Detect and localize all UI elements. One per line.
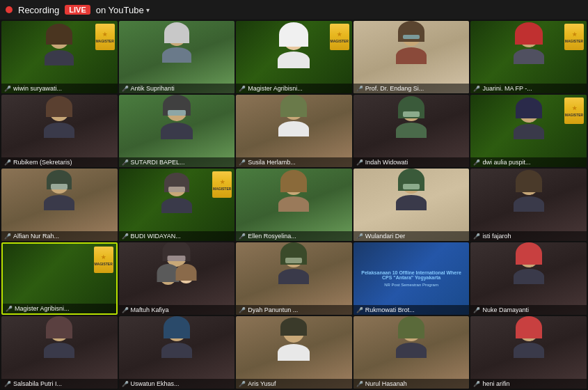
participant-name-13: 🎤 Ellen Rosyelina... (236, 231, 352, 241)
participant-cell-5[interactable]: ★MAGISTER 🎤 Juarini. MA FP -... (470, 21, 587, 93)
participant-name-7: 🎤 SUTARDI BAPEL... (119, 157, 235, 167)
participant-name-5: 🎤 Juarini. MA FP -... (470, 84, 587, 93)
participant-cell-7[interactable]: 🎤 SUTARDI BAPEL... (119, 95, 235, 167)
participant-cell-6[interactable]: 🎤 Rubikem (Sekretaris) (1, 95, 118, 167)
participant-cell-16[interactable]: ★MAGISTER 🎤 Magister Agribisni... (1, 242, 118, 315)
participant-cell-19[interactable]: Pelaksanaan 10 Offline International Whe… (353, 242, 470, 315)
participant-name-11: 🎤 Alfian Nur Rah... (1, 231, 118, 241)
participant-name-3: 🎤 Magister Agribisni... (236, 84, 352, 93)
recording-label: Recording (18, 5, 59, 15)
participant-cell-20[interactable]: 🎤 Nuke Damayanti (470, 242, 587, 315)
participant-cell-23[interactable]: 🎤 Aris Yusuf (236, 316, 352, 389)
participant-cell-3[interactable]: ★MAGISTER 🎤 Magister Agribisni... (236, 21, 352, 93)
participant-cell-13[interactable]: 🎤 Ellen Rosyelina... (236, 169, 352, 241)
participant-cell-4[interactable]: 🎤 Prof. Dr. Endang Si... (353, 21, 470, 93)
participant-name-22: 🎤 Uswatun Ekhas... (119, 379, 235, 389)
participant-cell-2[interactable]: 🎤 Antik Suprihanti (119, 21, 235, 93)
participant-name-2: 🎤 Antik Suprihanti (119, 84, 235, 93)
youtube-chevron-icon[interactable]: ▾ (146, 6, 150, 14)
participant-name-24: 🎤 Nurul Hasanah (353, 379, 470, 389)
participant-name-14: 🎤 Wulandari Der (353, 231, 470, 241)
participant-cell-9[interactable]: 🎤 Indah Widowati (353, 95, 470, 167)
participant-name-9: 🎤 Indah Widowati (353, 157, 470, 167)
participant-cell-1[interactable]: ★MAGISTER 🎤 wiwin suryawati... (1, 21, 118, 93)
participant-name-4: 🎤 Prof. Dr. Endang Si... (353, 84, 470, 93)
participant-name-1: 🎤 wiwin suryawati... (1, 84, 118, 93)
participant-name-15: 🎤 isti fajaroh (470, 231, 587, 241)
participant-name-8: 🎤 Susila Herlamb... (236, 157, 352, 167)
youtube-label: on YouTube ▾ (96, 5, 150, 15)
participant-name-18: 🎤 Dyah Panuntun ... (236, 305, 352, 315)
participant-name-10: 🎤 dwi aulia puspit... (470, 157, 587, 167)
participant-name-17: 🎤 Maftuh Kafiya (119, 305, 235, 315)
participant-name-20: 🎤 Nuke Damayanti (470, 305, 587, 315)
participant-cell-18[interactable]: 🎤 Dyah Panuntun ... (236, 242, 352, 315)
participant-name-12: 🎤 BUDI WIDAYAN... (119, 231, 235, 241)
participant-cell-10[interactable]: ★MAGISTER 🎤 dwi aulia puspit... (470, 95, 587, 167)
video-grid: ★MAGISTER 🎤 wiwin suryawati... (0, 20, 588, 390)
participant-name-19: 🎤 Rukmowati Brot... (353, 305, 470, 315)
participant-cell-12[interactable]: ★MAGISTER 🎤 BUDI WIDAYAN... (119, 169, 235, 241)
participant-name-16: 🎤 Magister Agribisni... (3, 304, 116, 313)
participant-cell-22[interactable]: 🎤 Uswatun Ekhas... (119, 316, 235, 389)
recording-dot (6, 6, 13, 13)
participant-cell-15[interactable]: 🎤 isti fajaroh (470, 169, 587, 241)
participant-cell-14[interactable]: 🎤 Wulandari Der (353, 169, 470, 241)
participant-cell-8[interactable]: 🎤 Susila Herlamb... (236, 95, 352, 167)
participant-cell-17[interactable]: 🎤 Maftuh Kafiya (119, 242, 235, 315)
participant-cell-25[interactable]: 🎤 heni arifin (470, 316, 587, 389)
participant-name-25: 🎤 heni arifin (470, 379, 587, 389)
participant-name-23: 🎤 Aris Yusuf (236, 379, 352, 389)
app: Recording LIVE on YouTube ▾ ★MAGISTER 🎤 … (0, 0, 588, 390)
participant-cell-21[interactable]: 🎤 Salsabila Putri I... (1, 316, 118, 389)
live-badge: LIVE (65, 5, 90, 15)
participant-cell-11[interactable]: 🎤 Alfian Nur Rah... (1, 169, 118, 241)
participant-name-6: 🎤 Rubikem (Sekretaris) (1, 157, 118, 167)
participant-name-21: 🎤 Salsabila Putri I... (1, 379, 118, 389)
participant-cell-24[interactable]: 🎤 Nurul Hasanah (353, 316, 470, 389)
topbar: Recording LIVE on YouTube ▾ (0, 0, 588, 20)
